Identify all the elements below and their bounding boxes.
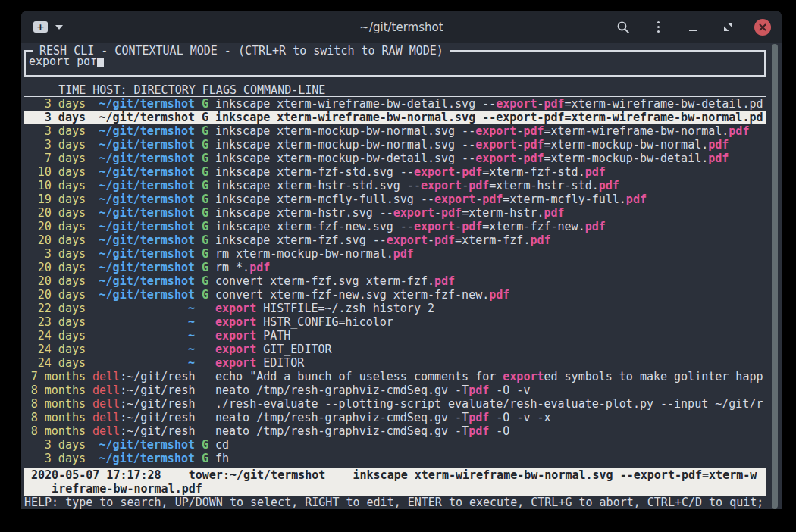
row-command: ./resh-evaluate --plotting-script evalua… xyxy=(215,397,766,411)
row-directory: :~/git/resh xyxy=(120,424,195,438)
new-tab-icon[interactable] xyxy=(33,21,48,33)
row-command: export PATH xyxy=(215,329,766,343)
history-row[interactable]: 10 days~/git/termshotGinkscape xterm-hst… xyxy=(24,179,766,192)
row-host-directory: dell:~/git/resh xyxy=(92,370,195,383)
row-host-directory: ~/git/termshot xyxy=(92,192,195,206)
row-directory: ~/git/termshot xyxy=(99,288,195,302)
row-flags: G xyxy=(202,124,208,138)
row-host-directory: ~/git/termshot xyxy=(92,247,195,261)
status-bar: 2020-05-07 17:17:28 tower:~/git/termshot… xyxy=(24,468,766,496)
history-row[interactable]: 3 days~/git/termshotGcd xyxy=(24,438,766,452)
status-line-1: 2020-05-07 17:17:28 tower:~/git/termshot… xyxy=(24,468,766,482)
menu-kebab-icon[interactable] xyxy=(650,19,666,36)
row-command: neato /tmp/resh-graphviz-cmdSeq.gv -Tpdf… xyxy=(215,424,766,438)
row-flags xyxy=(202,302,208,315)
history-row[interactable]: 8 monthsdell:~/git/reshneato /tmp/resh-g… xyxy=(24,411,766,424)
chevron-down-icon[interactable] xyxy=(55,25,63,30)
restore-button[interactable] xyxy=(719,19,736,36)
row-flags: G xyxy=(202,274,208,288)
history-row[interactable]: 20 days~/git/termshotGrm *.pdf xyxy=(24,261,766,274)
scrollbar[interactable] xyxy=(772,44,778,509)
row-flags: G xyxy=(202,288,208,302)
search-box[interactable]: RESH CLI - CONTEXTUAL MODE - (CTRL+R to … xyxy=(24,50,766,77)
search-icon[interactable] xyxy=(615,19,631,36)
history-row[interactable]: 7 monthsdell:~/git/reshecho "Add a bunch… xyxy=(24,370,766,383)
history-row[interactable]: 20 days~/git/termshotGconvert xterm-fzf.… xyxy=(24,274,766,288)
row-command: inkscape xterm-mockup-bw-normal.svg --ex… xyxy=(215,138,766,152)
history-row[interactable]: 10 days~/git/termshotGinkscape xterm-fzf… xyxy=(24,165,766,179)
row-host-directory: ~ xyxy=(92,343,195,356)
row-time: 3 days xyxy=(24,452,86,465)
history-row[interactable]: 3 days~/git/termshotGinkscape xterm-wire… xyxy=(24,97,766,111)
row-host-directory: ~/git/termshot xyxy=(92,261,195,274)
row-host: dell xyxy=(92,383,120,397)
row-time: 22 days xyxy=(24,302,86,315)
history-row[interactable]: 3 days~/git/termshotGinkscape xterm-wire… xyxy=(24,111,766,124)
table-header: TIME HOST: DIRECTORY FLAGS COMMAND-LINE xyxy=(24,83,766,97)
history-row[interactable]: 7 days~/git/termshotGinkscape xterm-mock… xyxy=(24,152,766,165)
row-flags: G xyxy=(202,111,208,124)
row-time: 8 months xyxy=(24,411,86,424)
row-host-directory: ~ xyxy=(92,356,195,370)
history-row[interactable]: 8 monthsdell:~/git/resh./resh-evaluate -… xyxy=(24,397,766,411)
row-directory: ~ xyxy=(188,343,195,356)
minimize-button[interactable] xyxy=(685,19,701,36)
row-host-directory: ~/git/termshot xyxy=(92,165,195,179)
row-host-directory: ~/git/termshot xyxy=(92,124,195,138)
row-command: export EDITOR xyxy=(215,356,766,370)
history-row[interactable]: 23 days~export HSTR_CONFIG=hicolor xyxy=(24,315,766,329)
row-host-directory: dell:~/git/resh xyxy=(92,411,195,424)
history-row[interactable]: 3 days~/git/termshotGinkscape xterm-mock… xyxy=(24,124,766,138)
row-command: inkscape xterm-wireframe-bw-normal.svg -… xyxy=(215,111,766,124)
history-row[interactable]: 3 days~/git/termshotGfh xyxy=(24,452,766,465)
row-time: 20 days xyxy=(24,220,86,233)
row-time: 19 days xyxy=(24,192,86,206)
row-directory: ~/git/termshot xyxy=(99,138,195,152)
history-row[interactable]: 8 monthsdell:~/git/reshneato /tmp/resh-g… xyxy=(24,383,766,397)
row-host-directory: ~/git/termshot xyxy=(92,111,195,124)
row-command: inkscape xterm-wireframe-bw-detail.svg -… xyxy=(215,97,766,111)
row-directory: :~/git/resh xyxy=(120,370,195,383)
row-host-directory: ~/git/termshot xyxy=(92,288,195,302)
row-time: 20 days xyxy=(24,261,86,274)
row-directory: ~/git/termshot xyxy=(99,438,195,452)
row-host-directory: ~ xyxy=(92,315,195,329)
row-time: 8 months xyxy=(24,397,86,411)
row-directory: ~/git/termshot xyxy=(99,233,195,247)
history-row[interactable]: 3 days~/git/termshotGinkscape xterm-mock… xyxy=(24,138,766,152)
row-directory: ~/git/termshot xyxy=(99,261,195,274)
row-directory: ~/git/termshot xyxy=(99,165,195,179)
row-flags: G xyxy=(202,206,208,220)
history-rows: 3 days~/git/termshotGinkscape xterm-wire… xyxy=(24,97,766,465)
history-row[interactable]: 20 days~/git/termshotGinkscape xterm-fzf… xyxy=(24,233,766,247)
history-row[interactable]: 3 days~/git/termshotGrm xterm-mockup-bw-… xyxy=(24,247,766,261)
row-directory: ~/git/termshot xyxy=(99,452,195,465)
history-row[interactable]: 24 days~export GIT_EDITOR xyxy=(24,343,766,356)
row-command: inkscape xterm-fzf.svg --export-pdf=xter… xyxy=(215,233,766,247)
row-flags xyxy=(202,411,208,424)
history-row[interactable]: 19 days~/git/termshotGinkscape xterm-mcf… xyxy=(24,192,766,206)
history-row[interactable]: 8 monthsdell:~/git/reshneato /tmp/resh-g… xyxy=(24,424,766,438)
history-row[interactable]: 24 days~export PATH xyxy=(24,329,766,343)
close-button[interactable] xyxy=(754,19,771,36)
row-command: inkscape xterm-mcfly-full.svg --export-p… xyxy=(215,192,766,206)
row-host-directory: ~/git/termshot xyxy=(92,274,195,288)
history-row[interactable]: 20 days~/git/termshotGconvert xterm-fzf-… xyxy=(24,288,766,302)
row-directory: ~ xyxy=(188,315,195,329)
history-row[interactable]: 22 days~export HISTFILE=~/.zsh_history_2 xyxy=(24,302,766,315)
row-directory: ~ xyxy=(188,329,195,343)
row-host-directory: ~ xyxy=(92,302,195,315)
row-time: 8 months xyxy=(24,383,86,397)
row-flags: G xyxy=(202,97,208,111)
row-host-directory: dell:~/git/resh xyxy=(92,383,195,397)
row-host: dell xyxy=(92,397,120,411)
row-host: dell xyxy=(92,424,120,438)
row-flags xyxy=(202,383,208,397)
history-row[interactable]: 20 days~/git/termshotGinkscape xterm-hst… xyxy=(24,206,766,220)
row-host-directory: ~/git/termshot xyxy=(92,206,195,220)
row-time: 20 days xyxy=(24,274,86,288)
history-row[interactable]: 20 days~/git/termshotGinkscape xterm-fzf… xyxy=(24,220,766,233)
row-time: 3 days xyxy=(24,247,86,261)
row-directory: ~ xyxy=(188,356,195,370)
history-row[interactable]: 24 days~export EDITOR xyxy=(24,356,766,370)
